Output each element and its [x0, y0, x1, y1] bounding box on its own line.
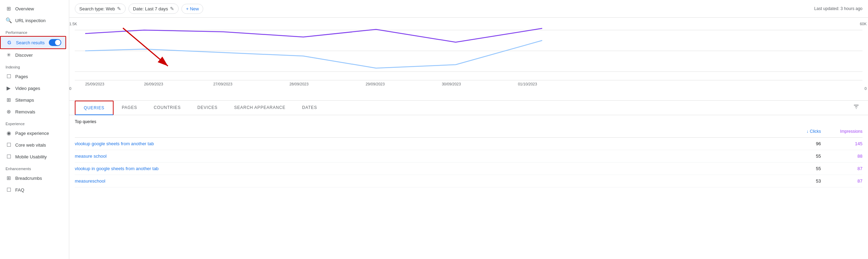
table-body: vlookup google sheets from another tab 9… — [75, 138, 862, 187]
last-updated-label: Last updated: 3 hours ago — [814, 6, 862, 11]
sidebar-item-removals[interactable]: ⊗ Removals — [0, 106, 66, 118]
sort-down-icon: ↓ — [806, 129, 808, 134]
tabs-row: QUERIES PAGES COUNTRIES DEVICES SEARCH A… — [69, 101, 868, 115]
table-row: vlookup google sheets from another tab 9… — [75, 138, 862, 150]
chart-y-bottom: 0 — [69, 86, 71, 91]
mobile-icon: ☐ — [6, 154, 12, 160]
page-experience-icon: ◉ — [6, 130, 12, 136]
tab-search-appearance[interactable]: SEARCH APPEARANCE — [226, 101, 294, 115]
discover-icon: ✳ — [6, 52, 12, 58]
tabs-section: QUERIES PAGES COUNTRIES DEVICES SEARCH A… — [69, 101, 868, 115]
table-section: Top queries ↓ Clicks Impressions vlookup… — [69, 115, 868, 259]
table-row: vlookup in google sheets from another ta… — [75, 163, 862, 175]
row-impressions: 145 — [821, 141, 862, 146]
svg-text:29/09/2023: 29/09/2023 — [366, 82, 385, 86]
svg-text:27/09/2023: 27/09/2023 — [213, 82, 232, 86]
svg-text:30/09/2023: 30/09/2023 — [442, 82, 461, 86]
search-icon: 🔍 — [6, 17, 12, 24]
sidebar-label-video-pages: Video pages — [15, 86, 40, 91]
tab-pages[interactable]: PAGES — [114, 101, 145, 115]
sidebar-label-core-web-vitals: Core web vitals — [15, 142, 46, 148]
faq-icon: ☐ — [6, 187, 12, 193]
search-type-filter[interactable]: Search type: Web ✎ — [75, 3, 126, 14]
top-bar: Search type: Web ✎ Date: Last 7 days ✎ +… — [69, 0, 868, 18]
breadcrumbs-icon: ⊞ — [6, 175, 12, 181]
sidebar-item-faq[interactable]: ☐ FAQ — [0, 184, 66, 196]
performance-chart: 25/09/2023 26/09/2023 27/09/2023 28/09/2… — [75, 23, 862, 87]
row-query[interactable]: measureschool — [75, 178, 779, 184]
tab-queries[interactable]: QUERIES — [75, 101, 114, 115]
col-header-impressions: Impressions — [821, 129, 862, 134]
sidebar-item-overview[interactable]: ⊞ Overview — [0, 3, 66, 15]
new-button[interactable]: + New — [181, 4, 203, 14]
sidebar-item-mobile-usability[interactable]: ☐ Mobile Usability — [0, 151, 66, 163]
sidebar-item-discover[interactable]: ✳ Discover — [0, 49, 66, 61]
google-icon: G — [6, 39, 12, 46]
row-impressions: 87 — [821, 178, 862, 184]
chart-area: 1.5K 0 60K 0 25/09/2023 26/09/2023 27/09… — [69, 18, 868, 101]
sidebar: ⊞ Overview 🔍 URL inspection Performance … — [0, 0, 69, 259]
chart-y-right-bottom: 0 — [865, 86, 867, 91]
tab-countries[interactable]: COUNTRIES — [145, 101, 189, 115]
sidebar-item-sitemaps[interactable]: ⊞ Sitemaps — [0, 94, 66, 106]
table-row: measureschool 53 87 — [75, 175, 862, 187]
indexing-section-label: Indexing — [0, 61, 69, 71]
filter-button[interactable] — [850, 101, 862, 115]
svg-text:28/09/2023: 28/09/2023 — [289, 82, 308, 86]
date-label: Date: Last 7 days — [133, 6, 168, 11]
tab-countries-label: COUNTRIES — [154, 105, 181, 110]
sidebar-item-pages[interactable]: ☐ Pages — [0, 71, 66, 82]
new-label: + New — [186, 6, 199, 11]
sidebar-label-mobile-usability: Mobile Usability — [15, 154, 47, 159]
search-type-edit-icon: ✎ — [117, 6, 121, 11]
sidebar-label-breadcrumbs: Breadcrumbs — [15, 176, 42, 181]
tab-queries-label: QUERIES — [84, 105, 105, 110]
top-queries-label: Top queries — [75, 115, 862, 126]
sidebar-item-url-inspection[interactable]: 🔍 URL inspection — [0, 15, 66, 26]
tab-devices-label: DEVICES — [197, 105, 217, 110]
table-header: ↓ Clicks Impressions — [75, 126, 862, 138]
overview-icon: ⊞ — [6, 6, 12, 12]
sidebar-label-page-experience: Page experience — [15, 131, 49, 136]
tab-dates-label: DATES — [302, 105, 317, 110]
svg-text:26/09/2023: 26/09/2023 — [144, 82, 163, 86]
enhancements-section-label: Enhancements — [0, 163, 69, 172]
row-query[interactable]: measure school — [75, 154, 779, 159]
row-query[interactable]: vlookup google sheets from another tab — [75, 141, 779, 146]
sidebar-item-core-web-vitals[interactable]: ☐ Core web vitals — [0, 139, 66, 151]
col-header-clicks: ↓ Clicks — [779, 129, 821, 134]
sidebar-item-video-pages[interactable]: ▶ Video pages — [0, 82, 66, 94]
sitemaps-icon: ⊞ — [6, 97, 12, 103]
sidebar-label-faq: FAQ — [15, 187, 24, 193]
search-type-label: Search type: Web — [79, 6, 115, 11]
row-clicks: 55 — [779, 166, 821, 171]
experience-section-label: Experience — [0, 118, 69, 127]
sidebar-label-discover: Discover — [15, 53, 33, 58]
video-icon: ▶ — [6, 85, 12, 91]
row-query[interactable]: vlookup in google sheets from another ta… — [75, 166, 779, 171]
sidebar-item-page-experience[interactable]: ◉ Page experience — [0, 127, 66, 139]
core-web-vitals-icon: ☐ — [6, 142, 12, 148]
row-clicks: 53 — [779, 178, 821, 184]
main-content: Search type: Web ✎ Date: Last 7 days ✎ +… — [69, 0, 868, 259]
sidebar-label-search-results: Search results — [16, 40, 45, 45]
row-clicks: 96 — [779, 141, 821, 146]
sidebar-label-overview: Overview — [15, 6, 34, 11]
sidebar-label-pages: Pages — [15, 74, 28, 79]
tab-search-appearance-label: SEARCH APPEARANCE — [234, 105, 285, 110]
sidebar-label-sitemaps: Sitemaps — [15, 98, 34, 103]
row-impressions: 87 — [821, 166, 862, 171]
sidebar-item-breadcrumbs[interactable]: ⊞ Breadcrumbs — [0, 172, 66, 184]
search-results-toggle[interactable] — [49, 39, 61, 46]
chart-y-top: 1.5K — [69, 22, 77, 26]
sidebar-label-removals: Removals — [15, 109, 35, 114]
date-filter[interactable]: Date: Last 7 days ✎ — [128, 3, 179, 14]
svg-text:25/09/2023: 25/09/2023 — [85, 82, 104, 86]
sidebar-label-url-inspection: URL inspection — [15, 18, 46, 23]
sidebar-item-search-results[interactable]: G Search results — [0, 36, 66, 49]
tab-devices[interactable]: DEVICES — [189, 101, 226, 115]
performance-section-label: Performance — [0, 26, 69, 36]
tab-dates[interactable]: DATES — [294, 101, 325, 115]
table-row: measure school 55 88 — [75, 150, 862, 163]
svg-text:01/10/2023: 01/10/2023 — [518, 82, 537, 86]
